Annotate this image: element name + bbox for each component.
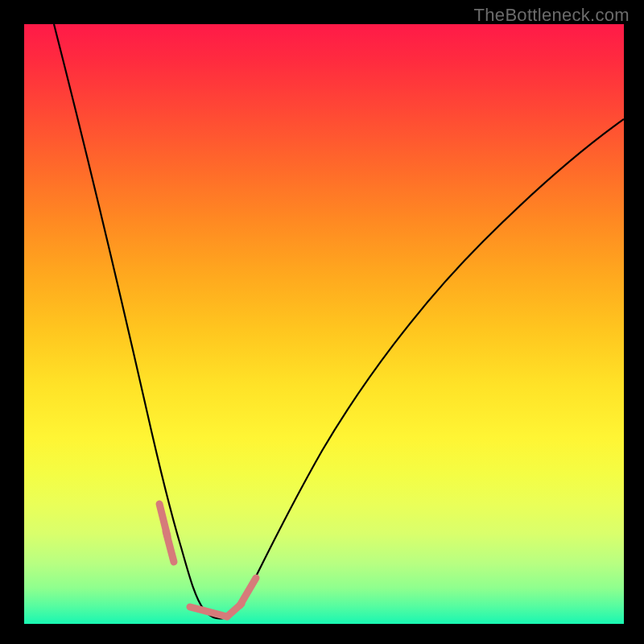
plot-area [24, 24, 624, 624]
watermark-text: TheBottleneck.com [474, 5, 630, 26]
accent-seg-2 [166, 531, 174, 562]
chart-frame: TheBottleneck.com [0, 0, 644, 644]
curve-svg [24, 24, 624, 624]
accent-seg-5 [240, 578, 256, 605]
bottleneck-curve [54, 24, 624, 619]
accent-seg-3 [190, 607, 227, 617]
